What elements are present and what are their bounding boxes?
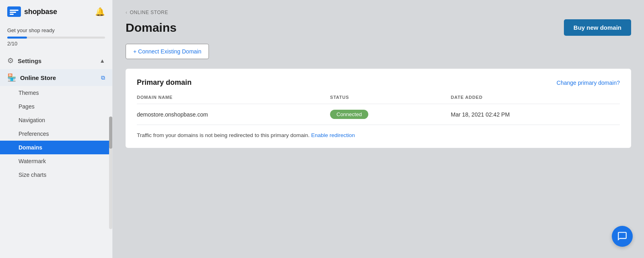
sidebar-item-themes[interactable]: Themes (0, 86, 112, 100)
chat-button[interactable] (612, 226, 633, 247)
logo-area: shopbase (7, 6, 57, 17)
progress-bar-track (7, 37, 105, 39)
settings-label: Settings (18, 57, 41, 64)
redirect-notice: Traffic from your domains is not being r… (137, 132, 620, 138)
domain-card-header: Primary domain Change primary domain? (137, 78, 620, 87)
redirect-notice-text: Traffic from your domains is not being r… (137, 132, 310, 138)
col-header-date-added: DATE ADDED (451, 95, 620, 104)
progress-bar-fill (7, 37, 27, 39)
sidebar-header: shopbase 🔔 (0, 0, 112, 23)
breadcrumb-parent: ONLINE STORE (130, 10, 168, 15)
settings-icon: ⚙ (7, 56, 14, 65)
sidebar-item-pages[interactable]: Pages (0, 100, 112, 113)
sidebar-item-preferences[interactable]: Preferences (0, 127, 112, 141)
external-link-icon: ⧉ (101, 74, 105, 81)
domain-name-cell: demostore.onshopbase.com (137, 104, 330, 125)
progress-label: 2/10 (7, 41, 105, 47)
sidebar-item-online-store[interactable]: 🏪 Online Store ⧉ (0, 69, 112, 86)
sidebar-item-settings[interactable]: ⚙ Settings ▲ (0, 52, 112, 69)
primary-domain-title: Primary domain (137, 78, 192, 87)
shopbase-logo-icon (7, 6, 21, 17)
page-title: Domains (126, 21, 177, 35)
status-cell: Connected (330, 104, 451, 125)
main-content: ‹ ONLINE STORE Domains Buy new domain + … (113, 0, 644, 258)
page-header: Domains Buy new domain (126, 19, 631, 36)
col-header-status: STATUS (330, 95, 451, 104)
logo-text: shopbase (24, 8, 57, 16)
sidebar-item-navigation[interactable]: Navigation (0, 113, 112, 127)
status-badge: Connected (330, 110, 368, 119)
settings-expand-icon: ▲ (99, 57, 105, 64)
breadcrumb: ‹ ONLINE STORE (126, 10, 631, 15)
date-added-cell: Mar 18, 2021 02:42 PM (451, 104, 620, 125)
svg-rect-0 (10, 10, 19, 11)
sidebar-nav: ⚙ Settings ▲ 🏪 Online Store ⧉ Themes Pag… (0, 52, 112, 258)
domain-card: Primary domain Change primary domain? DO… (126, 69, 631, 148)
sidebar-item-domains[interactable]: Domains (0, 141, 112, 154)
sidebar-item-size-charts[interactable]: Size charts (0, 168, 112, 182)
sidebar: shopbase 🔔 Get your shop ready 2/10 ⚙ Se… (0, 0, 113, 258)
bell-icon[interactable]: 🔔 (95, 7, 105, 16)
svg-rect-1 (10, 12, 16, 13)
svg-rect-2 (10, 14, 14, 15)
store-icon: 🏪 (7, 73, 16, 82)
table-row: demostore.onshopbase.com Connected Mar 1… (137, 104, 620, 125)
sidebar-item-watermark[interactable]: Watermark (0, 154, 112, 168)
breadcrumb-chevron: ‹ (126, 10, 128, 15)
enable-redirection-link[interactable]: Enable redirection (311, 132, 355, 138)
online-store-label: Online Store (20, 74, 56, 81)
buy-domain-button[interactable]: Buy new domain (564, 19, 631, 36)
domain-table: DOMAIN NAME STATUS DATE ADDED demostore.… (137, 95, 620, 125)
table-header-row: DOMAIN NAME STATUS DATE ADDED (137, 95, 620, 104)
sidebar-scrollbar[interactable] (109, 117, 112, 229)
shop-ready-section: Get your shop ready 2/10 (0, 23, 112, 52)
change-primary-domain-link[interactable]: Change primary domain? (557, 80, 620, 86)
col-header-domain-name: DOMAIN NAME (137, 95, 330, 104)
sidebar-scrollbar-thumb (109, 117, 112, 149)
connect-existing-domain-button[interactable]: + Connect Existing Domain (126, 44, 209, 59)
shop-ready-label: Get your shop ready (7, 27, 105, 33)
